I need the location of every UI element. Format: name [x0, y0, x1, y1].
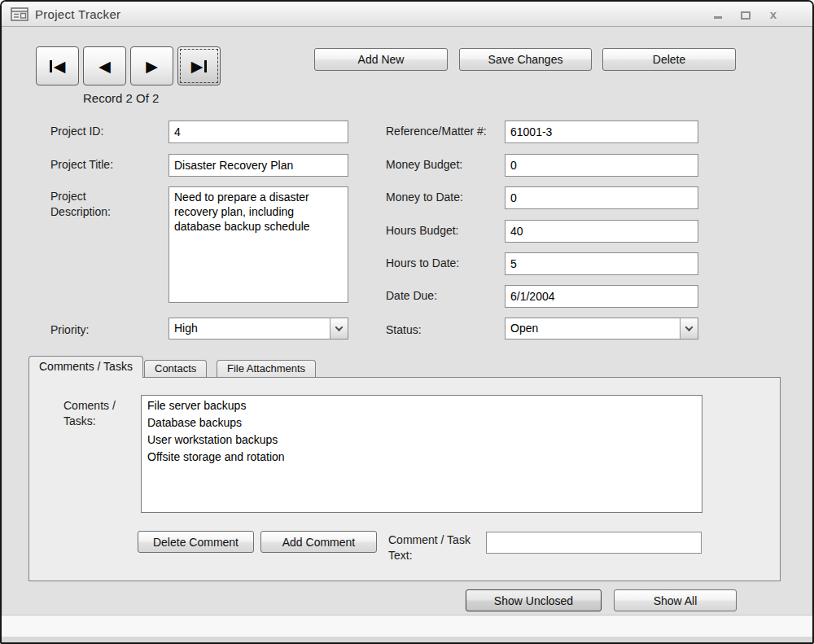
project-title-label: Project Title: — [50, 157, 113, 173]
first-record-icon — [50, 60, 52, 72]
list-item[interactable]: Offsite storage and rotation — [142, 449, 702, 466]
priority-combobox[interactable]: High — [168, 318, 348, 340]
hours-to-date-input[interactable] — [505, 252, 698, 275]
chevron-down-icon — [335, 323, 344, 331]
priority-value: High — [169, 318, 330, 339]
project-tracker-window: Project Tracker x ◀ ◀ ▶ ▶ Record 2 Of 2 … — [0, 0, 814, 644]
maximize-button[interactable] — [739, 8, 752, 21]
tab-contacts[interactable]: Contacts — [144, 360, 207, 377]
close-icon: x — [770, 8, 777, 21]
priority-label: Priority: — [50, 322, 89, 338]
list-item[interactable]: Database backups — [142, 414, 702, 432]
form-footer — [2, 615, 812, 637]
chevron-down-icon — [685, 323, 694, 331]
previous-record-button[interactable]: ◀ — [83, 46, 126, 85]
status-label: Status: — [386, 322, 422, 338]
tab-comments-tasks[interactable]: Comments / Tasks — [28, 356, 143, 378]
prev-triangle-icon: ◀ — [98, 57, 111, 76]
next-record-button[interactable]: ▶ — [130, 46, 173, 85]
minimize-icon — [714, 16, 722, 19]
date-due-input[interactable] — [505, 285, 698, 308]
status-value: Open — [505, 318, 680, 339]
comments-list-label: Coments / Tasks: — [63, 398, 135, 429]
comments-listbox[interactable]: File server backups Database backups Use… — [141, 395, 702, 513]
first-record-button[interactable]: ◀ — [36, 46, 79, 85]
project-description-label: Project Description: — [50, 189, 124, 220]
project-id-label: Project ID: — [50, 124, 103, 139]
reference-input[interactable] — [505, 120, 698, 143]
title-bar: Project Tracker x — [2, 2, 812, 27]
close-button[interactable]: x — [767, 8, 780, 21]
save-changes-button[interactable]: Save Changes — [459, 48, 592, 71]
last-record-icon — [204, 60, 207, 72]
next-triangle-icon: ▶ — [146, 57, 158, 76]
maximize-icon — [741, 11, 751, 20]
hours-budget-label: Hours Budget: — [386, 223, 459, 239]
status-dropdown-button[interactable] — [680, 318, 698, 339]
window-title: Project Tracker — [35, 7, 120, 21]
hours-to-date-label: Hours to Date: — [386, 256, 459, 271]
show-unclosed-button[interactable]: Show Unclosed — [466, 589, 602, 611]
list-item[interactable]: User workstation backups — [142, 432, 702, 449]
hours-budget-input[interactable] — [505, 220, 698, 243]
money-budget-label: Money Budget: — [386, 157, 462, 173]
record-status: Record 2 Of 2 — [83, 90, 159, 106]
comment-text-input[interactable] — [486, 532, 702, 554]
show-all-button[interactable]: Show All — [614, 589, 737, 611]
date-due-label: Date Due: — [386, 288, 437, 304]
money-to-date-label: Money to Date: — [386, 190, 463, 205]
comment-text-label: Comment / Task Text: — [388, 532, 483, 563]
project-id-input[interactable] — [168, 120, 348, 143]
window-bottom-edge — [2, 637, 812, 644]
delete-comment-button[interactable]: Delete Comment — [138, 531, 254, 553]
prev-triangle-icon: ◀ — [54, 57, 66, 76]
minimize-button[interactable] — [711, 8, 724, 21]
project-description-textarea[interactable]: Need to prepare a disaster recovery plan… — [168, 186, 348, 303]
add-comment-button[interactable]: Add Comment — [260, 531, 377, 553]
delete-button[interactable]: Delete — [602, 48, 736, 71]
reference-label: Reference/Matter #: — [386, 124, 487, 139]
money-to-date-input[interactable] — [505, 186, 698, 209]
list-item[interactable]: File server backups — [142, 397, 702, 414]
money-budget-input[interactable] — [505, 154, 698, 177]
priority-dropdown-button[interactable] — [330, 318, 348, 339]
tab-file-attachments[interactable]: File Attachments — [217, 360, 316, 377]
add-new-button[interactable]: Add New — [314, 48, 448, 71]
status-combobox[interactable]: Open — [505, 318, 698, 340]
project-title-input[interactable] — [168, 154, 348, 177]
last-record-button[interactable]: ▶ — [177, 46, 221, 85]
next-triangle-icon: ▶ — [191, 57, 204, 76]
form-icon — [11, 7, 28, 21]
